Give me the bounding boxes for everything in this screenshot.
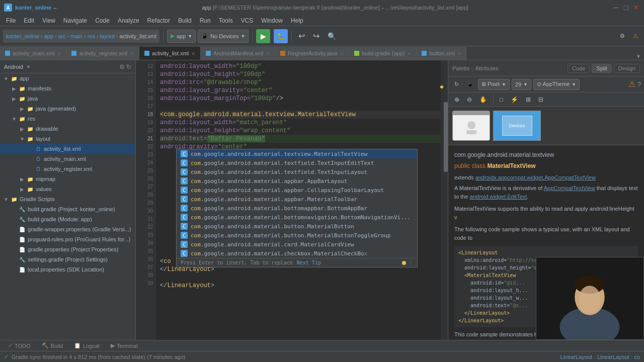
tree-item-gradle-wrapper[interactable]: 📄 gradle-wrapper.properties (Gradle Vers… xyxy=(0,224,135,234)
tab-close-btn[interactable]: × xyxy=(457,50,461,57)
ac-item-11[interactable]: C com.google.android.material.checkbox.M… xyxy=(177,249,417,258)
tree-item-activity-main[interactable]: 🗒 activity_main.xml xyxy=(0,154,135,164)
breadcrumb-src[interactable]: src xyxy=(58,33,66,39)
ac-next-tip[interactable]: Next Tip xyxy=(297,260,321,265)
screen-type-btn[interactable]: 📱 xyxy=(464,77,476,92)
toolbar-btn-1[interactable]: ↩ xyxy=(295,29,308,43)
help-btn[interactable]: ⚠ xyxy=(630,29,641,43)
breadcrumb-project[interactable]: konter_online xyxy=(6,33,39,39)
tree-item-values[interactable]: ▶ 📁 values xyxy=(0,184,135,194)
ac-item-6[interactable]: C com.google.android.material.bottomappb… xyxy=(177,204,417,213)
menu-analyze[interactable]: Analyze xyxy=(114,16,143,25)
pan-btn[interactable]: ✋ xyxy=(476,93,490,107)
tab-todo[interactable]: ✓ TODO xyxy=(3,341,36,351)
warning-triangle-icon[interactable]: ⚠ xyxy=(628,79,635,89)
tree-item-activity-register[interactable]: 🗒 activity_register.xml xyxy=(0,164,135,174)
zoom-out-btn[interactable]: ⊖ xyxy=(464,93,475,107)
tab-build-gradle[interactable]: build.gradle (app) × xyxy=(349,47,417,60)
breadcrumb-res[interactable]: res xyxy=(88,33,95,39)
zoom-in-btn[interactable]: ⊕ xyxy=(451,93,462,107)
ac-item-10[interactable]: C com.google.android.material.card.Mater… xyxy=(177,240,417,249)
tab-button-xml[interactable]: button.xml × xyxy=(417,47,466,60)
device-dropdown[interactable]: 📱 No Devices ▼ xyxy=(198,30,249,43)
tab-terminal[interactable]: ▶ Terminal xyxy=(106,341,143,351)
sidebar-chevron[interactable]: ▼ xyxy=(26,64,31,69)
sidebar-sync-icon[interactable]: ↻ xyxy=(126,63,131,70)
tab-close-gradle[interactable]: × xyxy=(408,50,412,57)
attributes-tab-label[interactable]: Attributes xyxy=(475,65,498,71)
breadcrumb-file[interactable]: activity_list.xml xyxy=(120,33,156,39)
tab-close-manifest[interactable]: × xyxy=(266,50,270,57)
ac-item-8[interactable]: C com.google.android.material.button.Mat… xyxy=(177,222,417,231)
design-view-btn[interactable]: Design xyxy=(614,64,640,73)
menu-edit[interactable]: Edit xyxy=(20,16,38,25)
menu-file[interactable]: File xyxy=(2,16,20,25)
ac-item-2[interactable]: C com.google.android.material.textfield.… xyxy=(177,167,417,176)
menu-run[interactable]: Run xyxy=(196,16,215,25)
show-layout-btn[interactable]: ⊞ xyxy=(523,93,534,107)
tab-activity-main[interactable]: activity_main.xml × xyxy=(0,47,66,60)
bc-co[interactable]: co xyxy=(634,354,640,360)
debug-button[interactable]: 🐛 xyxy=(274,29,288,43)
bc-linearlayout-2[interactable]: LinearLayout xyxy=(597,354,629,360)
blueprint-btn[interactable]: □ xyxy=(497,93,506,107)
tree-item-layout[interactable]: ▼ 📁 layout xyxy=(0,134,135,144)
help-icon[interactable]: ? xyxy=(637,80,641,88)
menu-code[interactable]: Code xyxy=(91,16,114,25)
ac-more-icon[interactable]: ⋮ xyxy=(408,260,413,265)
tab-list-btn[interactable]: ▾ xyxy=(635,53,642,60)
code-content[interactable]: ▶ android:layout_width="100dp" android:l… xyxy=(156,60,448,340)
tab-build[interactable]: 🔨 Build xyxy=(37,341,68,351)
rotate-btn[interactable]: ↻ xyxy=(451,77,462,92)
tab-androidmanifest[interactable]: AndroidManifest.xml × xyxy=(201,47,275,60)
tree-item-settings-gradle[interactable]: 🔧 settings.gradle (Project Settings) xyxy=(0,254,135,264)
menu-navigate[interactable]: Navigate xyxy=(59,16,91,25)
run-button[interactable]: ▶ xyxy=(256,29,270,43)
scrollbar[interactable] xyxy=(444,60,448,340)
tree-item-gradle-props[interactable]: 📄 gradle.properties (Project Properties) xyxy=(0,244,135,254)
ac-item-4[interactable]: C com.google.android.material.appbar.Col… xyxy=(177,186,417,195)
menu-build[interactable]: Build xyxy=(174,16,196,25)
breadcrumb-app[interactable]: app xyxy=(44,33,53,39)
tab-close-reg[interactable]: × xyxy=(130,50,134,57)
ac-item-1[interactable]: C com.google.android.material.textfield.… xyxy=(177,158,417,167)
api-dropdown[interactable]: 29 ▼ xyxy=(512,79,531,90)
tree-item-local-props[interactable]: 📄 local.properties (SDK Location) xyxy=(0,264,135,275)
tree-item-activity-list[interactable]: 🗒 activity_list.xml xyxy=(0,144,135,154)
tree-item-gradle-scripts[interactable]: ▼ 📁 Gradle Scripts xyxy=(0,194,135,204)
preview-phone-1[interactable] xyxy=(452,111,490,141)
sidebar-settings-icon[interactable]: ⚙ xyxy=(119,63,125,70)
maximize-button[interactable]: □ xyxy=(622,4,630,12)
tab-activity-list[interactable]: activity_list.xml × xyxy=(139,47,201,60)
menu-vcs[interactable]: VCS xyxy=(237,16,258,25)
menu-window[interactable]: Window xyxy=(257,16,287,25)
tree-item-app[interactable]: ▼ 📁 app xyxy=(0,73,135,83)
pixel-dropdown[interactable]: ⊞ Pixel ▼ xyxy=(478,79,510,90)
minimize-button[interactable]: ─ xyxy=(612,4,620,12)
run-config-dropdown[interactable]: ▶ app ▼ xyxy=(167,30,196,43)
menu-refactor[interactable]: Refactor xyxy=(143,16,174,25)
doc-extends-link[interactable]: androidx.appcompat.widget.AppCompatTextV… xyxy=(475,174,596,180)
code-view-btn[interactable]: Code xyxy=(568,64,590,73)
tree-item-manifests[interactable]: ▶ 📁 manifests xyxy=(0,83,135,94)
tree-item-build-gradle-project[interactable]: 🔧 build.gradle (Project: konter_online) xyxy=(0,204,135,214)
ac-item-7[interactable]: C com.google.android.material.bottomnavi… xyxy=(177,213,417,222)
search-everywhere-btn[interactable]: 🔍 xyxy=(325,29,339,43)
autocomplete-popup[interactable]: C com.google.android.material.textview.M… xyxy=(176,149,418,267)
tab-close[interactable]: × xyxy=(57,50,61,57)
menu-tools[interactable]: Tools xyxy=(215,16,237,25)
menu-help[interactable]: Help xyxy=(287,16,307,25)
tree-item-java-generated[interactable]: ▶ 📁 java (generated) xyxy=(0,104,135,114)
ac-item-3[interactable]: C com.google.android.material.appbar.App… xyxy=(177,176,417,186)
ac-item-9[interactable]: C com.google.android.material.button.Mat… xyxy=(177,231,417,240)
close-button[interactable]: ✕ xyxy=(632,4,640,12)
tab-activity-register[interactable]: activity_register.xml × xyxy=(66,47,139,60)
show-constraints-btn[interactable]: ⚡ xyxy=(508,93,521,107)
doc-appcompat-link[interactable]: AppCompatTextView xyxy=(544,185,595,191)
doc-edittext-link[interactable]: android.widget.EditText xyxy=(470,194,527,200)
tree-item-java[interactable]: ▶ 📁 java xyxy=(0,94,135,104)
tab-close-list[interactable]: × xyxy=(191,50,195,57)
code-editor[interactable]: 12 13 14 15 16 17 18 19 20 21 22 23 24 2… xyxy=(136,60,448,340)
snap-btn[interactable]: ⊟ xyxy=(535,93,546,107)
breadcrumb-layout[interactable]: layout xyxy=(100,33,115,39)
